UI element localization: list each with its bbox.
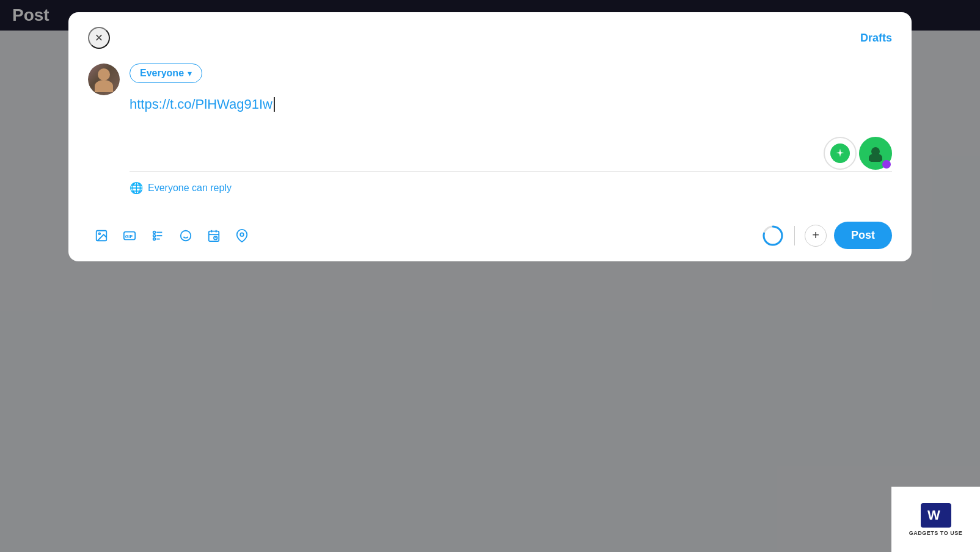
svg-point-4	[153, 231, 156, 233]
watermark-icon: W	[921, 503, 951, 528]
compose-modal: × Drafts Everyone ▾	[68, 12, 912, 261]
svg-point-10	[181, 230, 191, 241]
modal-header: × Drafts	[88, 27, 892, 49]
gif-button[interactable]: GIF	[116, 222, 143, 249]
image-icon	[95, 229, 108, 242]
schedule-icon	[207, 229, 221, 242]
reply-section: 🌐 Everyone can reply	[130, 171, 892, 205]
image-button[interactable]	[88, 222, 115, 249]
modal-backdrop: × Drafts Everyone ▾	[0, 0, 980, 552]
close-button[interactable]: ×	[88, 27, 110, 49]
sparkle-icon	[830, 143, 850, 163]
svg-point-20	[240, 233, 244, 236]
compose-area: Everyone ▾ https://t.co/PlHWag91Iw	[88, 64, 892, 214]
drafts-button[interactable]: Drafts	[860, 32, 892, 45]
gif-icon: GIF	[123, 229, 136, 242]
floating-icons	[824, 137, 892, 170]
ai-icon-wrapper[interactable]	[824, 137, 857, 170]
tweet-content: https://t.co/PlHWag91Iw	[130, 95, 272, 114]
poll-icon	[151, 229, 164, 242]
audience-selector[interactable]: Everyone ▾	[130, 64, 202, 83]
location-button[interactable]	[229, 222, 255, 249]
toolbar-icons: GIF	[88, 222, 759, 249]
char-count	[761, 224, 784, 247]
reply-label: Everyone can reply	[148, 183, 232, 194]
toolbar-divider	[794, 226, 795, 245]
chevron-down-icon: ▾	[188, 68, 192, 78]
svg-text:W: W	[927, 507, 940, 523]
location-icon	[235, 229, 249, 242]
watermark: W GADGETS TO USE	[891, 487, 980, 552]
globe-icon: 🌐	[130, 181, 143, 195]
profile-icon[interactable]	[859, 137, 892, 170]
toolbar-right: + Post	[761, 222, 892, 249]
emoji-button[interactable]	[172, 222, 199, 249]
tweet-input-area[interactable]: https://t.co/PlHWag91Iw	[130, 90, 892, 164]
schedule-button[interactable]	[200, 222, 227, 249]
poll-button[interactable]	[144, 222, 171, 249]
emoji-icon	[179, 229, 192, 242]
svg-point-6	[153, 238, 156, 240]
svg-rect-13	[209, 231, 219, 241]
bottom-toolbar: GIF	[88, 214, 892, 261]
svg-point-1	[98, 233, 100, 234]
progress-circle	[761, 224, 784, 247]
watermark-text: GADGETS TO USE	[909, 530, 962, 536]
tweet-text: https://t.co/PlHWag91Iw	[130, 95, 892, 114]
text-cursor	[274, 97, 275, 112]
post-button[interactable]: Post	[834, 222, 892, 249]
avatar-image	[88, 64, 120, 95]
avatar	[88, 64, 120, 95]
svg-text:GIF: GIF	[125, 233, 133, 239]
svg-point-5	[153, 234, 156, 237]
add-thread-button[interactable]: +	[805, 225, 827, 247]
audience-label: Everyone	[140, 68, 184, 79]
compose-right: Everyone ▾ https://t.co/PlHWag91Iw	[130, 64, 892, 205]
